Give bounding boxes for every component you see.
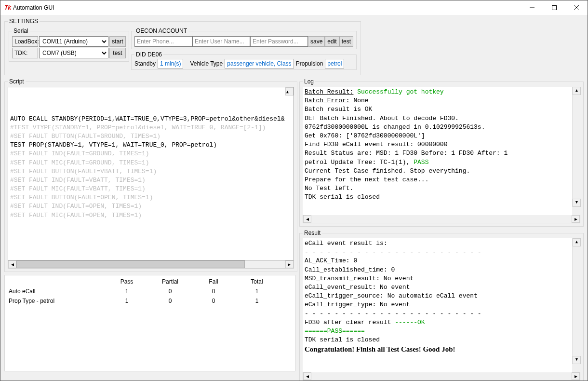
log-vscrollbar[interactable]: ▴ ▾ xyxy=(572,87,580,207)
did-group: DID DE06 Standby 1 min(s) Vehicle Type p… xyxy=(131,51,357,70)
vehicle-value[interactable]: passenger vehicle, Class xyxy=(225,59,294,68)
log-hscrollbar[interactable]: ◂ ▸ xyxy=(303,215,580,223)
log-legend: Log xyxy=(303,78,315,85)
loadbox-combo[interactable]: COM11 (Arduino) xyxy=(39,36,108,47)
window-title: Automation GUI xyxy=(13,4,54,11)
scroll-left-icon[interactable]: ◂ xyxy=(303,372,311,380)
script-legend: Script xyxy=(8,78,26,85)
result-textarea[interactable]: eCall event result is:- - - - - - - - - … xyxy=(303,238,580,372)
close-button[interactable] xyxy=(565,0,588,15)
standby-value[interactable]: 1 min(s) xyxy=(158,59,183,68)
loadbox-label: LoadBox: xyxy=(12,36,38,47)
summary-panel: PassPartialFailTotalAuto eCall1001Prop T… xyxy=(4,275,295,371)
titlebar: Tk Automation GUI xyxy=(0,0,588,15)
result-hscrollbar[interactable]: ◂ ▸ xyxy=(303,372,580,381)
log-group: Log Batch Result: Successfully got hotke… xyxy=(299,78,584,227)
script-vscroll-up-icon[interactable]: ▴ xyxy=(285,87,294,95)
scroll-right-icon[interactable]: ▸ xyxy=(572,372,580,380)
settings-group: SETTINGS Serial LoadBox: COM11 (Arduino)… xyxy=(4,18,361,75)
scroll-left-icon[interactable]: ◂ xyxy=(8,260,16,268)
username-input[interactable] xyxy=(192,36,250,47)
oecon-save-button[interactable]: save xyxy=(308,36,325,47)
maximize-button[interactable] xyxy=(543,0,565,15)
oecon-test-button[interactable]: test xyxy=(339,36,353,47)
tdk-test-button[interactable]: test xyxy=(109,48,126,58)
result-legend: Result xyxy=(303,230,322,236)
scroll-down-icon[interactable]: ▾ xyxy=(573,356,581,364)
scroll-right-icon[interactable]: ▸ xyxy=(572,215,580,223)
propulsion-value[interactable]: petrol xyxy=(325,59,344,68)
svg-rect-1 xyxy=(552,6,557,10)
script-textarea[interactable]: ▴ AUTO ECALL STANDBY(PERIOD=1,WAIT=TRUE_… xyxy=(8,87,294,260)
phone-input[interactable] xyxy=(134,36,192,47)
oecon-group: OECON ACCOUNT save edit test xyxy=(131,27,357,49)
oecon-edit-button[interactable]: edit xyxy=(325,36,339,47)
script-hscrollbar[interactable]: ◂ ▸ xyxy=(8,260,294,269)
settings-legend: SETTINGS xyxy=(8,18,40,25)
minimize-button[interactable] xyxy=(521,0,543,15)
vehicle-label: Vehicle Type xyxy=(190,60,223,67)
serial-legend: Serial xyxy=(12,27,30,34)
serial-group: Serial LoadBox: COM11 (Arduino) start TD… xyxy=(9,27,129,62)
scroll-up-icon[interactable]: ▴ xyxy=(573,87,581,95)
oecon-legend: OECON ACCOUNT xyxy=(134,27,188,34)
result-vscrollbar[interactable]: ▴ ▾ xyxy=(572,238,580,364)
scroll-right-icon[interactable]: ▸ xyxy=(285,260,294,268)
scroll-up-icon[interactable]: ▴ xyxy=(573,238,581,246)
did-legend: DID DE06 xyxy=(134,51,163,58)
start-button[interactable]: start xyxy=(109,36,126,47)
result-group: Result eCall event result is:- - - - - -… xyxy=(299,230,584,381)
script-group: Script ▴ AUTO ECALL STANDBY(PERIOD=1,WAI… xyxy=(4,78,297,272)
scroll-left-icon[interactable]: ◂ xyxy=(303,215,311,223)
scroll-down-icon[interactable]: ▾ xyxy=(573,199,581,207)
tdk-combo[interactable]: COM7 (USB) xyxy=(39,48,108,58)
tdk-label: TDK: xyxy=(12,48,38,58)
propulsion-label: Propulsion xyxy=(296,60,323,67)
log-textarea[interactable]: Batch Result: Successfully got hotkeyBat… xyxy=(303,87,580,215)
standby-label: Standby xyxy=(134,60,156,67)
password-input[interactable] xyxy=(250,36,308,47)
tk-icon: Tk xyxy=(4,4,11,11)
